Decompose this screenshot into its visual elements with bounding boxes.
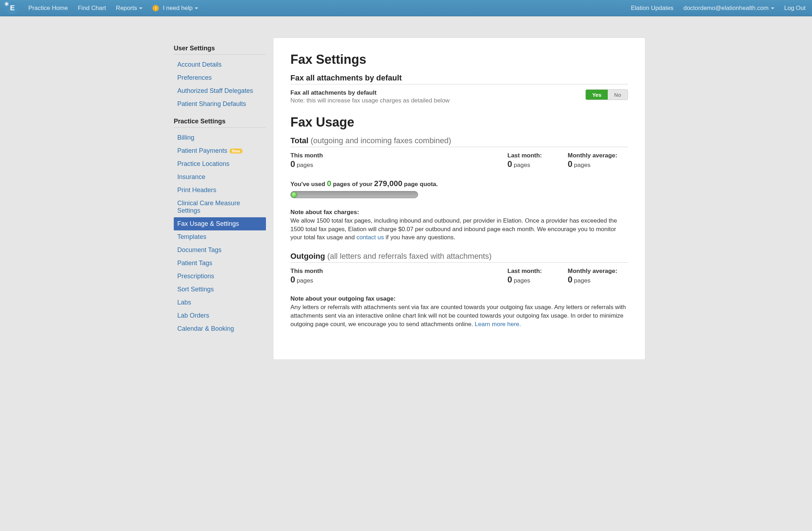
usage-title: Fax Usage: [290, 115, 628, 130]
sidebar-item[interactable]: Account Details: [174, 58, 266, 71]
new-badge: New: [229, 149, 243, 153]
setting-fax-default: Fax all attachments by default Note: thi…: [290, 89, 628, 104]
nav-find-chart[interactable]: Find Chart: [78, 5, 106, 12]
stat-total-this-month: This month 0 pages: [290, 152, 507, 169]
learn-more-link[interactable]: Learn more here.: [475, 321, 521, 328]
quota-progress-bar: [290, 191, 418, 198]
sidebar-item[interactable]: Patient Sharing Defaults: [174, 97, 266, 111]
sidebar-item[interactable]: Insurance: [174, 171, 266, 184]
sidebar-item[interactable]: Document Tags: [174, 244, 266, 257]
topbar: E Practice Home Find Chart Reports ! I n…: [0, 0, 812, 16]
sidebar-item[interactable]: Lab Orders: [174, 309, 266, 322]
sidebar-item[interactable]: Prescriptions: [174, 270, 266, 283]
chevron-down-icon: [771, 7, 774, 9]
sidebar-heading-practice: Practice Settings: [174, 118, 266, 128]
main-card: Fax Settings Fax all attachments by defa…: [273, 38, 645, 360]
section-heading-outgoing: Outgoing (all letters and referrals faxe…: [290, 252, 628, 263]
setting-note: Note: this will increase fax usage charg…: [290, 97, 450, 104]
stat-out-last-month: Last month: 0 pages: [507, 268, 568, 285]
sidebar-item[interactable]: Authorized Staff Delegates: [174, 84, 266, 97]
sidebar-heading-user: User Settings: [174, 45, 266, 55]
stat-out-this-month: This month 0 pages: [290, 268, 507, 285]
nav-practice-home[interactable]: Practice Home: [28, 5, 68, 12]
toggle-fax-default: Yes No: [585, 89, 628, 100]
sidebar-item[interactable]: Labs: [174, 296, 266, 309]
stats-outgoing: This month 0 pages Last month: 0 pages M…: [290, 268, 628, 285]
sidebar-item[interactable]: Print Headers: [174, 184, 266, 197]
progress-knob-icon: [291, 192, 297, 198]
stats-total: This month 0 pages Last month: 0 pages M…: [290, 152, 628, 169]
sidebar-item[interactable]: Practice Locations: [174, 157, 266, 171]
sidebar-item[interactable]: Fax Usage & Settings: [174, 217, 266, 230]
note-fax-charges: Note about fax charges: We allow 1500 to…: [290, 208, 628, 242]
nav-updates[interactable]: Elation Updates: [631, 5, 673, 12]
toggle-no-button[interactable]: No: [608, 90, 628, 100]
chevron-down-icon: [195, 7, 198, 9]
settings-sidebar: User Settings Account DetailsPreferences…: [167, 38, 273, 335]
sidebar-item[interactable]: Patient PaymentsNew: [174, 144, 266, 157]
sidebar-item[interactable]: Calendar & Booking: [174, 322, 266, 335]
toggle-yes-button[interactable]: Yes: [586, 90, 608, 100]
alert-icon: !: [152, 5, 159, 11]
note-outgoing-usage: Note about your outgoing fax usage: Any …: [290, 295, 628, 328]
nav-reports[interactable]: Reports: [116, 5, 143, 12]
section-heading-default: Fax all attachments by default: [290, 73, 628, 84]
sidebar-item[interactable]: Templates: [174, 230, 266, 244]
stat-out-avg: Monthly average: 0 pages: [568, 268, 628, 285]
nav-help[interactable]: ! I need help: [152, 5, 198, 12]
setting-label: Fax all attachments by default: [290, 89, 377, 96]
chevron-down-icon: [139, 7, 143, 9]
sidebar-item[interactable]: Clinical Care Measure Settings: [174, 197, 266, 217]
stat-total-last-month: Last month: 0 pages: [507, 152, 568, 169]
sidebar-item[interactable]: Sort Settings: [174, 283, 266, 296]
contact-us-link[interactable]: contact us: [356, 234, 384, 241]
sidebar-item[interactable]: Preferences: [174, 71, 266, 84]
page-title: Fax Settings: [290, 52, 628, 67]
nav-user-email[interactable]: doctordemo@elationhealth.com: [683, 5, 774, 12]
sidebar-item[interactable]: Billing: [174, 131, 266, 144]
section-heading-total: Total (outgoing and incoming faxes combi…: [290, 136, 628, 147]
logo-icon[interactable]: E: [6, 2, 18, 14]
nav-logout[interactable]: Log Out: [784, 5, 806, 12]
sidebar-item[interactable]: Patient Tags: [174, 257, 266, 270]
quota-text: You've used 0 pages of your 279,000 page…: [290, 179, 628, 188]
stat-total-avg: Monthly average: 0 pages: [568, 152, 628, 169]
